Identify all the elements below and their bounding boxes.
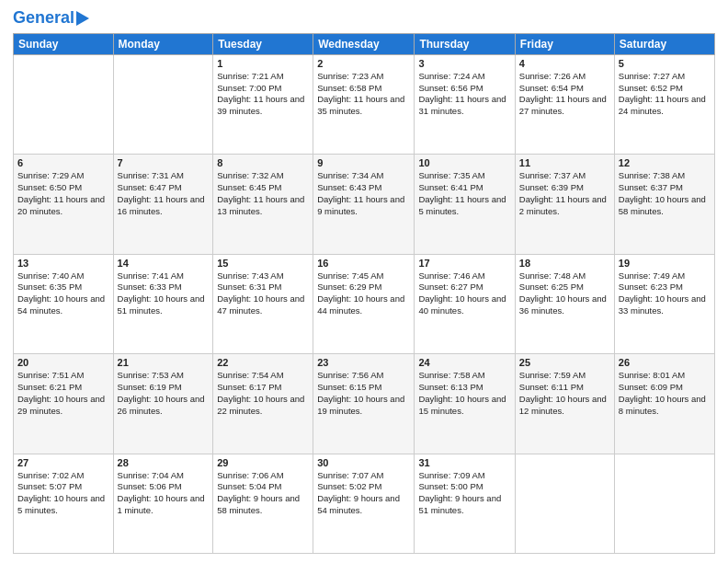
week-row-2: 6Sunrise: 7:29 AM Sunset: 6:50 PM Daylig… (14, 155, 715, 254)
day-info: Sunrise: 7:49 AM Sunset: 6:23 PM Dayligh… (619, 270, 711, 317)
calendar-cell: 5Sunrise: 7:27 AM Sunset: 6:52 PM Daylig… (614, 54, 714, 154)
calendar-cell (515, 454, 614, 553)
day-number: 15 (217, 258, 309, 269)
day-info: Sunrise: 7:24 AM Sunset: 6:56 PM Dayligh… (418, 71, 510, 118)
calendar-cell: 25Sunrise: 7:59 AM Sunset: 6:11 PM Dayli… (515, 354, 614, 454)
day-number: 23 (317, 357, 410, 368)
day-number: 16 (317, 258, 410, 269)
calendar-cell: 12Sunrise: 7:38 AM Sunset: 6:37 PM Dayli… (614, 155, 714, 254)
logo-arrow-icon (76, 11, 89, 26)
day-number: 10 (418, 157, 510, 168)
day-number: 24 (418, 357, 510, 368)
day-number: 31 (418, 457, 510, 468)
calendar-cell: 9Sunrise: 7:34 AM Sunset: 6:43 PM Daylig… (313, 155, 415, 254)
day-info: Sunrise: 7:34 AM Sunset: 6:43 PM Dayligh… (317, 170, 410, 217)
day-info: Sunrise: 7:59 AM Sunset: 6:11 PM Dayligh… (519, 370, 610, 417)
day-info: Sunrise: 7:45 AM Sunset: 6:29 PM Dayligh… (317, 270, 410, 317)
day-number: 13 (17, 258, 109, 269)
calendar-cell: 1Sunrise: 7:21 AM Sunset: 7:00 PM Daylig… (213, 54, 313, 154)
calendar-cell: 21Sunrise: 7:53 AM Sunset: 6:19 PM Dayli… (113, 354, 213, 454)
weekday-header-row: SundayMondayTuesdayWednesdayThursdayFrid… (14, 33, 715, 54)
calendar-cell: 26Sunrise: 8:01 AM Sunset: 6:09 PM Dayli… (614, 354, 714, 454)
calendar-cell: 24Sunrise: 7:58 AM Sunset: 6:13 PM Dayli… (415, 354, 515, 454)
logo: General (13, 9, 89, 28)
day-info: Sunrise: 7:27 AM Sunset: 6:52 PM Dayligh… (619, 71, 711, 118)
day-info: Sunrise: 7:02 AM Sunset: 5:07 PM Dayligh… (17, 470, 109, 517)
day-info: Sunrise: 7:48 AM Sunset: 6:25 PM Dayligh… (519, 270, 610, 317)
calendar-cell: 8Sunrise: 7:32 AM Sunset: 6:45 PM Daylig… (213, 155, 313, 254)
day-info: Sunrise: 7:04 AM Sunset: 5:06 PM Dayligh… (118, 470, 210, 517)
day-info: Sunrise: 7:54 AM Sunset: 6:17 PM Dayligh… (217, 370, 309, 417)
calendar-cell: 18Sunrise: 7:48 AM Sunset: 6:25 PM Dayli… (515, 254, 614, 353)
weekday-header-wednesday: Wednesday (313, 33, 415, 54)
day-info: Sunrise: 7:26 AM Sunset: 6:54 PM Dayligh… (519, 71, 610, 118)
calendar-cell: 16Sunrise: 7:45 AM Sunset: 6:29 PM Dayli… (313, 254, 415, 353)
day-info: Sunrise: 7:46 AM Sunset: 6:27 PM Dayligh… (418, 270, 510, 317)
day-info: Sunrise: 7:56 AM Sunset: 6:15 PM Dayligh… (317, 370, 410, 417)
day-number: 26 (619, 357, 711, 368)
day-number: 28 (118, 457, 210, 468)
calendar-cell: 2Sunrise: 7:23 AM Sunset: 6:58 PM Daylig… (313, 54, 415, 154)
calendar-cell: 3Sunrise: 7:24 AM Sunset: 6:56 PM Daylig… (415, 54, 515, 154)
page-header: General (13, 9, 715, 28)
day-info: Sunrise: 7:06 AM Sunset: 5:04 PM Dayligh… (217, 470, 309, 517)
calendar-cell: 30Sunrise: 7:07 AM Sunset: 5:02 PM Dayli… (313, 454, 415, 553)
week-row-4: 20Sunrise: 7:51 AM Sunset: 6:21 PM Dayli… (14, 354, 715, 454)
day-number: 3 (418, 58, 510, 69)
week-row-5: 27Sunrise: 7:02 AM Sunset: 5:07 PM Dayli… (14, 454, 715, 553)
calendar-cell: 11Sunrise: 7:37 AM Sunset: 6:39 PM Dayli… (515, 155, 614, 254)
calendar-cell: 13Sunrise: 7:40 AM Sunset: 6:35 PM Dayli… (14, 254, 114, 353)
day-number: 20 (17, 357, 109, 368)
day-number: 7 (118, 157, 210, 168)
calendar-cell: 4Sunrise: 7:26 AM Sunset: 6:54 PM Daylig… (515, 54, 614, 154)
calendar-cell: 20Sunrise: 7:51 AM Sunset: 6:21 PM Dayli… (14, 354, 114, 454)
calendar-cell (113, 54, 213, 154)
calendar-cell: 15Sunrise: 7:43 AM Sunset: 6:31 PM Dayli… (213, 254, 313, 353)
weekday-header-friday: Friday (515, 33, 614, 54)
day-number: 18 (519, 258, 610, 269)
day-number: 12 (619, 157, 711, 168)
day-info: Sunrise: 7:35 AM Sunset: 6:41 PM Dayligh… (418, 170, 510, 217)
day-number: 9 (317, 157, 410, 168)
day-info: Sunrise: 7:37 AM Sunset: 6:39 PM Dayligh… (519, 170, 610, 217)
calendar-cell: 19Sunrise: 7:49 AM Sunset: 6:23 PM Dayli… (614, 254, 714, 353)
logo-text: General (13, 9, 74, 28)
day-number: 27 (17, 457, 109, 468)
day-info: Sunrise: 7:31 AM Sunset: 6:47 PM Dayligh… (118, 170, 210, 217)
day-info: Sunrise: 7:43 AM Sunset: 6:31 PM Dayligh… (217, 270, 309, 317)
day-info: Sunrise: 7:53 AM Sunset: 6:19 PM Dayligh… (118, 370, 210, 417)
day-info: Sunrise: 7:58 AM Sunset: 6:13 PM Dayligh… (418, 370, 510, 417)
calendar-table: SundayMondayTuesdayWednesdayThursdayFrid… (13, 33, 715, 554)
weekday-header-tuesday: Tuesday (213, 33, 313, 54)
day-number: 5 (619, 58, 711, 69)
day-number: 6 (17, 157, 109, 168)
calendar-cell (614, 454, 714, 553)
weekday-header-sunday: Sunday (14, 33, 114, 54)
calendar-page: General SundayMondayTuesdayWednesdayThur… (0, 0, 728, 563)
week-row-3: 13Sunrise: 7:40 AM Sunset: 6:35 PM Dayli… (14, 254, 715, 353)
calendar-cell: 14Sunrise: 7:41 AM Sunset: 6:33 PM Dayli… (113, 254, 213, 353)
day-info: Sunrise: 7:41 AM Sunset: 6:33 PM Dayligh… (118, 270, 210, 317)
calendar-cell: 6Sunrise: 7:29 AM Sunset: 6:50 PM Daylig… (14, 155, 114, 254)
calendar-cell: 27Sunrise: 7:02 AM Sunset: 5:07 PM Dayli… (14, 454, 114, 553)
day-info: Sunrise: 8:01 AM Sunset: 6:09 PM Dayligh… (619, 370, 711, 417)
day-info: Sunrise: 7:38 AM Sunset: 6:37 PM Dayligh… (619, 170, 711, 217)
calendar-cell: 28Sunrise: 7:04 AM Sunset: 5:06 PM Dayli… (113, 454, 213, 553)
day-number: 2 (317, 58, 410, 69)
weekday-header-thursday: Thursday (415, 33, 515, 54)
day-info: Sunrise: 7:09 AM Sunset: 5:00 PM Dayligh… (418, 470, 510, 517)
calendar-cell: 29Sunrise: 7:06 AM Sunset: 5:04 PM Dayli… (213, 454, 313, 553)
day-info: Sunrise: 7:40 AM Sunset: 6:35 PM Dayligh… (17, 270, 109, 317)
calendar-cell: 31Sunrise: 7:09 AM Sunset: 5:00 PM Dayli… (415, 454, 515, 553)
calendar-cell: 22Sunrise: 7:54 AM Sunset: 6:17 PM Dayli… (213, 354, 313, 454)
day-number: 19 (619, 258, 711, 269)
day-number: 30 (317, 457, 410, 468)
day-number: 29 (217, 457, 309, 468)
calendar-cell: 23Sunrise: 7:56 AM Sunset: 6:15 PM Dayli… (313, 354, 415, 454)
day-info: Sunrise: 7:32 AM Sunset: 6:45 PM Dayligh… (217, 170, 309, 217)
day-info: Sunrise: 7:29 AM Sunset: 6:50 PM Dayligh… (17, 170, 109, 217)
day-number: 11 (519, 157, 610, 168)
calendar-cell: 7Sunrise: 7:31 AM Sunset: 6:47 PM Daylig… (113, 155, 213, 254)
calendar-cell: 17Sunrise: 7:46 AM Sunset: 6:27 PM Dayli… (415, 254, 515, 353)
day-number: 14 (118, 258, 210, 269)
